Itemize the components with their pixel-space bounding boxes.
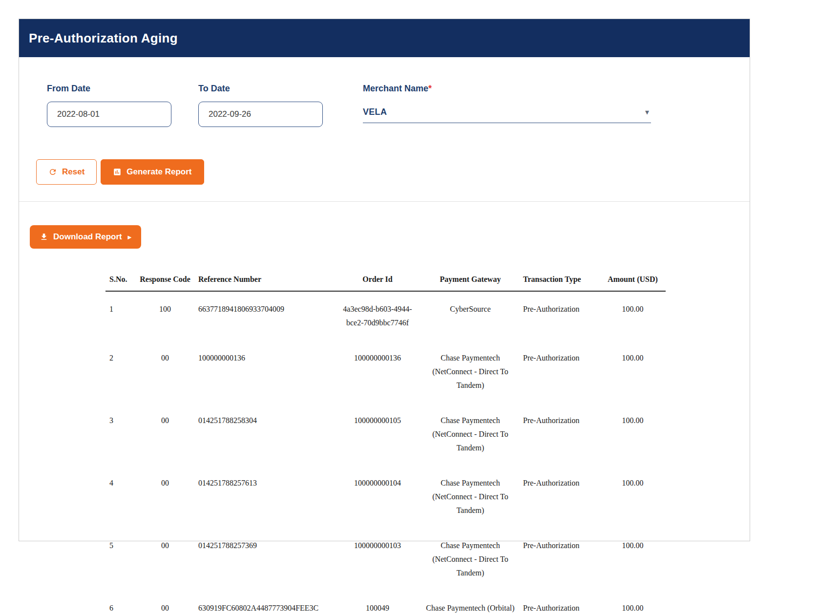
cell-amount: 100.00: [600, 591, 666, 616]
cell-response: 00: [136, 403, 194, 466]
cell-amount: 100.00: [600, 340, 666, 403]
cell-order: 100000000103: [334, 528, 421, 591]
report-table-head: S.No. Response Code Reference Number Ord…: [105, 271, 666, 291]
cell-gateway: Chase Paymentech (Orbital): [421, 591, 519, 616]
to-date-label: To Date: [198, 84, 323, 94]
merchant-group: Merchant Name* VELA ▾: [363, 84, 651, 127]
cell-gateway: Chase Paymentech (NetConnect - Direct To…: [421, 466, 519, 528]
merchant-label-text: Merchant Name: [363, 84, 428, 93]
cell-response: 00: [136, 591, 194, 616]
cell-order: 100000000104: [334, 466, 421, 528]
card-header: Pre-Authorization Aging: [19, 19, 750, 57]
cell-amount: 100.00: [600, 466, 666, 528]
reset-button-label: Reset: [62, 167, 84, 177]
cell-ref: 014251788257369: [194, 528, 334, 591]
action-buttons-row: Reset Generate Report: [19, 127, 750, 185]
cell-gateway: Chase Paymentech (NetConnect - Direct To…: [421, 528, 519, 591]
cell-sno: 6: [105, 591, 136, 616]
table-row: 6 00 630919FC60802A4487773904FEE3C 10004…: [105, 591, 666, 616]
report-table: S.No. Response Code Reference Number Ord…: [105, 271, 666, 616]
page-title: Pre-Authorization Aging: [29, 31, 178, 46]
table-row: 5 00 014251788257369 100000000103 Chase …: [105, 528, 666, 591]
cell-ref: 014251788258304: [194, 403, 334, 466]
cell-type: Pre-Authorization: [519, 340, 600, 403]
cell-ref: 014251788257613: [194, 466, 334, 528]
refresh-icon: [48, 168, 57, 176]
cell-ref: 100000000136: [194, 340, 334, 403]
to-date-group: To Date: [198, 84, 323, 127]
merchant-select[interactable]: VELA ▾: [363, 102, 651, 123]
report-card: Pre-Authorization Aging From Date To Dat…: [19, 19, 750, 541]
cell-order: 100000000136: [334, 340, 421, 403]
cell-order: 4a3ec98d-b603-4944-bce2-70d9bbc7746f: [334, 291, 421, 340]
merchant-label: Merchant Name*: [363, 84, 651, 94]
column-header-sno: S.No.: [105, 271, 136, 291]
column-header-order: Order Id: [334, 271, 421, 291]
cell-type: Pre-Authorization: [519, 591, 600, 616]
from-date-label: From Date: [47, 84, 171, 94]
cell-response: 00: [136, 528, 194, 591]
required-asterisk: *: [428, 84, 432, 93]
caret-right-icon: ▸: [128, 233, 131, 241]
download-report-button-label: Download Report: [53, 232, 122, 242]
column-header-amount: Amount (USD): [600, 271, 666, 291]
download-report-button[interactable]: Download Report ▸: [30, 225, 141, 249]
filters-row: From Date To Date Merchant Name* VELA ▾: [19, 57, 750, 127]
cell-ref: 630919FC60802A4487773904FEE3C: [194, 591, 334, 616]
cell-response: 100: [136, 291, 194, 340]
cell-amount: 100.00: [600, 291, 666, 340]
report-table-container: S.No. Response Code Reference Number Ord…: [19, 249, 750, 616]
cell-type: Pre-Authorization: [519, 291, 600, 340]
column-header-response: Response Code: [136, 271, 194, 291]
report-chart-icon: [113, 168, 122, 176]
column-header-gateway: Payment Gateway: [421, 271, 519, 291]
generate-report-button[interactable]: Generate Report: [101, 159, 204, 185]
column-header-ref: Reference Number: [194, 271, 334, 291]
cell-order: 100049: [334, 591, 421, 616]
column-header-type: Transaction Type: [519, 271, 600, 291]
cell-response: 00: [136, 340, 194, 403]
cell-sno: 5: [105, 528, 136, 591]
reset-button[interactable]: Reset: [36, 159, 97, 185]
table-row: 4 00 014251788257613 100000000104 Chase …: [105, 466, 666, 528]
cell-gateway: CyberSource: [421, 291, 519, 340]
generate-report-button-label: Generate Report: [126, 167, 191, 177]
merchant-selected-value: VELA: [363, 107, 387, 117]
cell-order: 100000000105: [334, 403, 421, 466]
chevron-down-icon: ▾: [645, 107, 651, 117]
cell-ref: 6637718941806933704009: [194, 291, 334, 340]
cell-gateway: Chase Paymentech (NetConnect - Direct To…: [421, 340, 519, 403]
cell-type: Pre-Authorization: [519, 466, 600, 528]
cell-gateway: Chase Paymentech (NetConnect - Direct To…: [421, 403, 519, 466]
cell-amount: 100.00: [600, 403, 666, 466]
report-table-body: 1 100 6637718941806933704009 4a3ec98d-b6…: [105, 291, 666, 616]
cell-sno: 4: [105, 466, 136, 528]
header-row: S.No. Response Code Reference Number Ord…: [105, 271, 666, 291]
download-row: Download Report ▸: [19, 202, 750, 249]
table-row: 2 00 100000000136 100000000136 Chase Pay…: [105, 340, 666, 403]
from-date-group: From Date: [47, 84, 171, 127]
cell-amount: 100.00: [600, 528, 666, 591]
table-row: 1 100 6637718941806933704009 4a3ec98d-b6…: [105, 291, 666, 340]
table-row: 3 00 014251788258304 100000000105 Chase …: [105, 403, 666, 466]
from-date-input[interactable]: [47, 102, 171, 127]
cell-sno: 3: [105, 403, 136, 466]
download-icon: [40, 233, 48, 241]
cell-sno: 2: [105, 340, 136, 403]
cell-type: Pre-Authorization: [519, 528, 600, 591]
cell-sno: 1: [105, 291, 136, 340]
cell-type: Pre-Authorization: [519, 403, 600, 466]
cell-response: 00: [136, 466, 194, 528]
to-date-input[interactable]: [198, 102, 323, 127]
